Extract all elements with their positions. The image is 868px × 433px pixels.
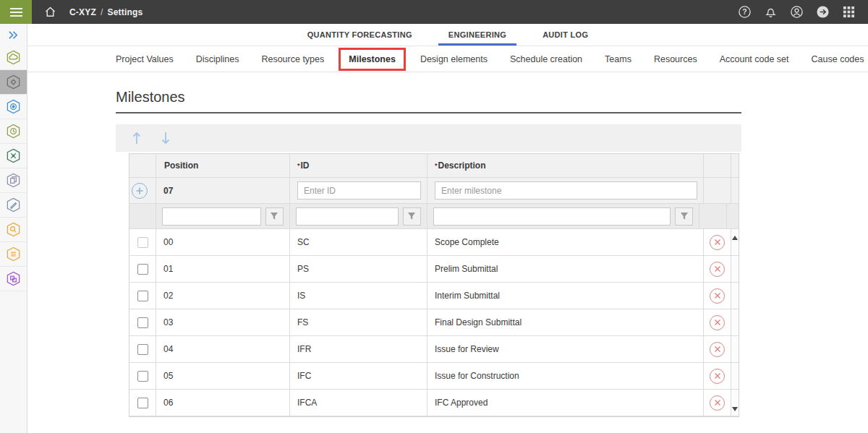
column-header-position[interactable]: Position <box>156 154 290 177</box>
sidebar-app-settings-icon[interactable] <box>0 70 27 95</box>
subtab-project-values[interactable]: Project Values <box>116 54 174 64</box>
title-divider <box>116 112 741 113</box>
subtab-resource-types[interactable]: Resource types <box>261 54 324 64</box>
cell-description: Interim Submittal <box>427 283 704 309</box>
new-description-input[interactable] <box>435 181 697 200</box>
delete-row-icon[interactable] <box>710 395 725 411</box>
sidebar-app-cloud-icon[interactable] <box>0 46 27 70</box>
app-sidebar <box>0 24 27 433</box>
help-icon[interactable]: ? <box>732 0 757 24</box>
sidebar-app-explore-icon[interactable] <box>0 218 27 242</box>
sidebar-app-design-icon[interactable] <box>0 193 27 218</box>
filter-position-funnel-icon[interactable] <box>265 207 284 226</box>
table-header-row: Position *ID *Description <box>129 154 739 178</box>
move-down-button[interactable] <box>159 130 172 146</box>
filter-description-input[interactable] <box>433 207 671 226</box>
subtab-account-code-set[interactable]: Account code set <box>720 54 789 64</box>
breadcrumb-separator: / <box>101 7 103 17</box>
subtab-milestones[interactable]: Milestones <box>339 48 406 71</box>
cell-position: 04 <box>156 336 290 362</box>
app-window: C-XYZ / Settings ? <box>0 0 868 433</box>
new-position-value: 07 <box>156 178 290 203</box>
breadcrumb-page: Settings <box>108 7 143 17</box>
add-row-plus-icon[interactable] <box>132 183 148 199</box>
row-checkbox[interactable] <box>137 344 148 355</box>
subtab-resources[interactable]: Resources <box>654 54 697 64</box>
subtab-design-elements[interactable]: Design elements <box>420 54 488 64</box>
sidebar-app-schedule-icon[interactable] <box>0 119 27 144</box>
add-milestone-row: 07 <box>129 178 739 204</box>
app-grid-icon[interactable] <box>836 0 861 24</box>
svg-text:?: ? <box>742 8 746 16</box>
breadcrumb: C-XYZ / Settings <box>69 7 143 17</box>
topbar-icons: ? <box>732 0 861 24</box>
cell-description: Final Design Submittal <box>427 309 704 335</box>
module-tabs: QUANTITY FORECASTING ENGINEERING AUDIT L… <box>27 24 868 46</box>
page-title: Milestones <box>116 89 868 106</box>
sidebar-app-model-icon[interactable] <box>0 267 27 291</box>
cell-id: IS <box>290 283 427 309</box>
delete-row-icon[interactable] <box>710 369 725 384</box>
cell-id: IFR <box>290 336 427 362</box>
cell-id: FS <box>290 309 427 335</box>
launch-arrow-icon[interactable] <box>810 0 835 24</box>
delete-row-icon[interactable] <box>710 342 725 357</box>
hamburger-menu-button[interactable] <box>0 0 32 24</box>
column-header-id[interactable]: *ID <box>290 154 427 177</box>
cell-description: Scope Complete <box>427 229 704 255</box>
top-bar: C-XYZ / Settings ? <box>0 0 868 24</box>
row-checkbox[interactable] <box>137 317 148 328</box>
subtab-cause-codes[interactable]: Cause codes <box>812 54 864 64</box>
subtab-teams[interactable]: Teams <box>605 54 631 64</box>
table-row: 04 IFR Issue for Review <box>129 336 739 363</box>
tab-engineering[interactable]: ENGINEERING <box>437 24 518 46</box>
filter-position-input[interactable] <box>162 207 261 226</box>
row-checkbox[interactable] <box>137 398 148 408</box>
delete-row-icon[interactable] <box>710 235 725 250</box>
notifications-bell-icon[interactable] <box>758 0 783 24</box>
new-id-input[interactable] <box>297 181 421 200</box>
row-checkbox[interactable] <box>137 264 148 275</box>
cell-position: 05 <box>156 363 290 389</box>
sidebar-app-documents-icon[interactable] <box>0 168 27 193</box>
delete-row-icon[interactable] <box>710 288 725 304</box>
cell-position: 00 <box>156 229 290 255</box>
breadcrumb-project[interactable]: C-XYZ <box>69 7 96 17</box>
cell-id: SC <box>290 229 427 255</box>
filter-description-funnel-icon[interactable] <box>675 207 693 226</box>
delete-row-icon[interactable] <box>710 315 725 330</box>
move-up-button[interactable] <box>130 130 143 146</box>
table-row: 03 FS Final Design Submittal <box>129 309 739 336</box>
cell-description: Issue for Review <box>427 336 704 362</box>
delete-row-icon[interactable] <box>710 262 725 277</box>
scrollbar-down-arrow[interactable] <box>732 403 738 413</box>
table-row: 02 IS Interim Submittal <box>129 283 739 309</box>
grid-toolbar <box>116 124 741 152</box>
cell-description: Prelim Submittal <box>427 256 704 282</box>
user-account-icon[interactable] <box>784 0 809 24</box>
home-icon[interactable] <box>38 0 62 24</box>
cell-position: 03 <box>156 309 290 335</box>
row-checkbox[interactable] <box>137 291 148 301</box>
sidebar-expand-chevrons-icon[interactable] <box>0 24 27 46</box>
milestones-table: Position *ID *Description 07 <box>129 153 739 417</box>
cell-position: 01 <box>156 256 290 282</box>
row-checkbox[interactable] <box>137 371 148 382</box>
filter-id-input[interactable] <box>296 207 399 226</box>
subtab-disciplines[interactable]: Disciplines <box>196 54 239 64</box>
scrollbar-up-arrow[interactable] <box>732 232 738 242</box>
row-checkbox[interactable] <box>137 237 148 248</box>
table-row: 01 PS Prelim Submittal <box>129 256 739 283</box>
table-row: 00 SC Scope Complete <box>129 229 739 256</box>
tab-audit-log[interactable]: AUDIT LOG <box>531 24 600 46</box>
sidebar-app-target-icon[interactable] <box>0 95 27 119</box>
column-header-description[interactable]: *Description <box>427 154 704 177</box>
sidebar-app-connections-icon[interactable] <box>0 144 27 168</box>
tab-quantity-forecasting[interactable]: QUANTITY FORECASTING <box>296 24 424 46</box>
table-row: 06 IFCA IFC Approved <box>129 390 739 416</box>
filter-row <box>129 204 739 229</box>
subtab-schedule-creation[interactable]: Schedule creation <box>510 54 582 64</box>
sidebar-app-report-icon[interactable] <box>0 242 27 267</box>
cell-description: Issue for Construction <box>427 363 704 389</box>
filter-id-funnel-icon[interactable] <box>403 207 421 226</box>
